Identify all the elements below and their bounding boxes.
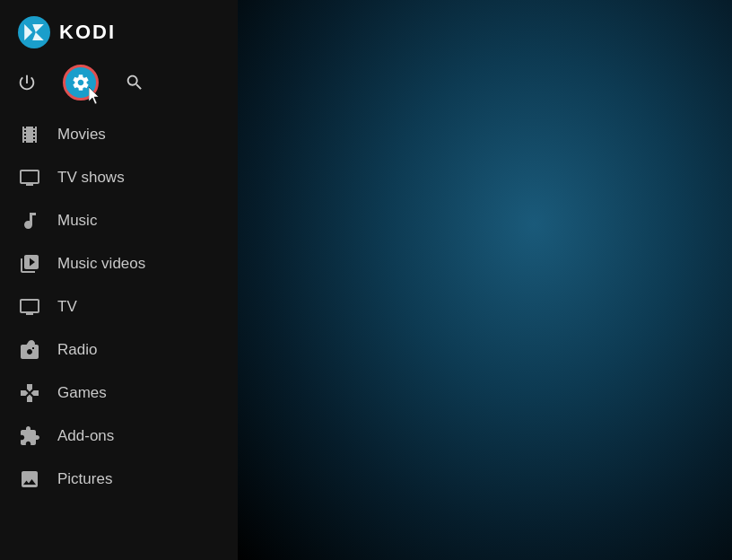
nav-list: Movies TV shows Music Music videos xyxy=(0,113,238,560)
kodi-logo-icon xyxy=(18,16,50,48)
main-content xyxy=(238,0,732,560)
top-icons-bar xyxy=(0,61,238,113)
sidebar-item-radio[interactable]: Radio xyxy=(0,328,238,372)
svg-point-0 xyxy=(18,16,50,48)
addons-label: Add-ons xyxy=(57,427,114,445)
tvshows-icon xyxy=(18,166,41,189)
sidebar-item-tv[interactable]: TV xyxy=(0,285,238,328)
cursor-icon xyxy=(89,87,103,105)
settings-button[interactable] xyxy=(63,65,99,101)
games-icon xyxy=(18,381,41,405)
tvshows-label: TV shows xyxy=(57,169,125,187)
pictures-icon xyxy=(18,468,41,491)
music-icon xyxy=(18,209,41,232)
sidebar: KODI xyxy=(0,0,238,560)
search-button[interactable] xyxy=(117,65,152,101)
movies-icon xyxy=(18,123,41,146)
musicvideos-label: Music videos xyxy=(57,255,145,273)
musicvideos-icon xyxy=(18,252,41,276)
sidebar-item-pictures[interactable]: Pictures xyxy=(0,458,238,501)
sidebar-item-music[interactable]: Music xyxy=(0,199,238,242)
sidebar-item-musicvideos[interactable]: Music videos xyxy=(0,242,238,285)
games-label: Games xyxy=(57,384,107,402)
pictures-label: Pictures xyxy=(57,470,112,488)
addons-icon xyxy=(18,424,41,448)
logo-area: KODI xyxy=(0,0,238,61)
movies-label: Movies xyxy=(57,126,106,144)
tv-icon xyxy=(18,295,41,319)
app-title: KODI xyxy=(59,21,116,44)
sidebar-item-games[interactable]: Games xyxy=(0,372,238,415)
radio-label: Radio xyxy=(57,341,97,359)
gear-icon xyxy=(71,73,91,92)
search-icon xyxy=(125,73,144,92)
sidebar-item-tvshows[interactable]: TV shows xyxy=(0,156,238,199)
radio-icon xyxy=(18,338,41,362)
sidebar-item-addons[interactable]: Add-ons xyxy=(0,415,238,458)
power-button[interactable] xyxy=(9,65,45,101)
tv-label: TV xyxy=(57,298,77,316)
power-icon xyxy=(17,73,37,92)
music-label: Music xyxy=(57,212,97,230)
sidebar-item-movies[interactable]: Movies xyxy=(0,113,238,156)
